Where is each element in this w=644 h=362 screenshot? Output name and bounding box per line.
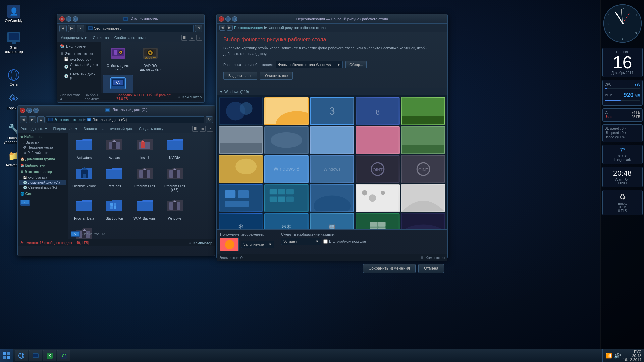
taskbar-explorer[interactable] bbox=[29, 350, 42, 361]
address-bar-2[interactable]: Этот компьютер ▶ C Локальный диск (C:) bbox=[46, 116, 204, 123]
wallpaper-thumb-11[interactable] bbox=[219, 155, 263, 183]
folder-windows[interactable]: Windows bbox=[161, 196, 188, 222]
folder-startbutton[interactable]: Start button bbox=[101, 196, 128, 222]
wallpaper-thumb-5[interactable] bbox=[401, 97, 445, 125]
view-detail-button[interactable]: ⊟ bbox=[189, 35, 195, 41]
drive-local-c[interactable]: C: Локальный диск (C:) bbox=[103, 75, 133, 93]
organize-button[interactable]: Упорядочить ▼ bbox=[59, 35, 89, 40]
random-checkbox-label[interactable]: В случайном порядке bbox=[323, 239, 366, 244]
wallpaper-thumb-7[interactable] bbox=[264, 126, 309, 154]
refresh-button-2[interactable]: ↻ bbox=[206, 116, 213, 123]
tree-desktop[interactable]: 🖥 Рабочий стол bbox=[19, 150, 66, 155]
wallpaper-titlebar[interactable]: × − □ Персонализация — Фоновый рисунок р… bbox=[217, 14, 447, 24]
wallpaper-thumb-1[interactable] bbox=[219, 97, 263, 125]
close-button-3[interactable]: × bbox=[219, 16, 224, 22]
new-folder-button[interactable]: Создать папку bbox=[138, 126, 165, 131]
minimize-button-3[interactable]: − bbox=[225, 16, 231, 22]
tray-volume-icon[interactable]: 🔊 bbox=[614, 352, 621, 359]
explorer-computer-titlebar[interactable]: × − □ Этот компьютер bbox=[57, 14, 204, 24]
view-list-button-2[interactable]: ☰ bbox=[192, 126, 198, 132]
folder-install[interactable]: Install bbox=[131, 136, 158, 161]
drive-dvd-e[interactable]: DVD RW DVD RW дисковод (E:) bbox=[135, 44, 165, 73]
tree-libraries[interactable]: 📚 Библиотеки bbox=[59, 43, 99, 49]
address-bar[interactable]: Этот компьютер bbox=[86, 25, 194, 32]
wallpaper-thumb-22[interactable]: ❄❄ bbox=[264, 213, 309, 229]
wallpaper-thumb-13[interactable]: Windows bbox=[310, 155, 354, 183]
cancel-button[interactable]: Отмена bbox=[418, 264, 444, 273]
wallpaper-thumb-9[interactable] bbox=[356, 126, 400, 154]
folder-perflogs[interactable]: PerfLogs bbox=[101, 164, 128, 193]
taskbar-cmd[interactable]: C:\ bbox=[57, 350, 70, 361]
forward-button-3[interactable]: ▶ bbox=[227, 25, 233, 31]
refresh-button[interactable]: ↻ bbox=[195, 25, 202, 32]
wallpaper-thumb-3[interactable]: 3 bbox=[310, 97, 354, 125]
minimize-button-2[interactable]: − bbox=[26, 108, 32, 113]
tree-computer[interactable]: 🖥 Этот компьютер bbox=[59, 51, 99, 56]
up-button-2[interactable]: ▲ bbox=[37, 116, 45, 123]
maximize-button-2[interactable]: □ bbox=[33, 108, 39, 113]
view-icon-button-2[interactable]: ⊞ bbox=[200, 126, 206, 132]
folder-programdata[interactable]: ProgramData bbox=[71, 196, 98, 222]
wallpaper-thumb-21[interactable]: ❄ bbox=[219, 213, 263, 229]
wallpaper-thumb-2[interactable] bbox=[264, 97, 309, 125]
desktop-icon-computer[interactable]: Этот компьютер bbox=[2, 30, 26, 55]
folder-activators[interactable]: Activators bbox=[71, 136, 98, 161]
wallpaper-thumb-6[interactable] bbox=[219, 126, 263, 154]
close-button-2[interactable]: × bbox=[20, 108, 25, 113]
share-button[interactable]: Поделиться ▼ bbox=[52, 126, 79, 131]
minimize-button[interactable]: − bbox=[66, 16, 71, 22]
maximize-button[interactable]: □ bbox=[73, 16, 78, 22]
forward-button[interactable]: ▶ bbox=[68, 25, 75, 32]
tree-downloads[interactable]: ↓ Загрузки bbox=[19, 140, 66, 145]
back-button-2[interactable]: ◀ bbox=[20, 116, 27, 123]
tree-recent[interactable]: ⏱ Недавние места bbox=[19, 145, 66, 150]
tree-removable-f-2[interactable]: 💿 Съёмный диск (F:) bbox=[19, 185, 66, 190]
wallpaper-thumb-12[interactable]: Windows 8 bbox=[264, 155, 309, 183]
location-combo[interactable]: Фоны рабочего стола Windows ▼ bbox=[276, 61, 343, 68]
properties-button[interactable]: Свойства bbox=[91, 35, 110, 40]
help-button-2[interactable]: ? bbox=[207, 126, 213, 132]
shuffle-combo[interactable]: 30 минут ▼ bbox=[281, 238, 321, 245]
tree-removable-f[interactable]: 💿 Съёмный диск (F bbox=[59, 71, 99, 81]
wallpaper-thumb-8[interactable] bbox=[310, 126, 354, 154]
wallpaper-thumb-23[interactable]: 🪟 bbox=[310, 213, 354, 229]
taskbar-excel[interactable]: X bbox=[43, 350, 56, 361]
taskbar-ie[interactable] bbox=[15, 350, 28, 361]
breadcrumb-part1[interactable]: Персонализация bbox=[234, 26, 263, 30]
wallpaper-thumb-25[interactable] bbox=[401, 213, 445, 229]
tree-local-c-2[interactable]: 💿 Локальный диск (C:) bbox=[19, 180, 66, 185]
desktop-icon-ovgorskiy[interactable]: 👤 OVGorskiy bbox=[2, 3, 26, 24]
position-combo[interactable]: Заполнение ▼ bbox=[241, 241, 274, 248]
clear-all-button[interactable]: Очистить все bbox=[260, 72, 293, 80]
help-button[interactable]: ? bbox=[196, 35, 202, 41]
tree-ovg-pc[interactable]: 💾 ovg (ovg-pc) bbox=[19, 175, 66, 180]
wallpaper-thumb-17[interactable] bbox=[264, 184, 309, 212]
folder-nvidia[interactable]: NVIDIA bbox=[161, 136, 188, 161]
view-list-button[interactable]: ☰ bbox=[181, 35, 187, 41]
save-button[interactable]: Сохранить изменения bbox=[363, 264, 416, 273]
forward-button-2[interactable]: ▶ bbox=[29, 116, 36, 123]
folder-w7pbackups[interactable]: W7P_Backups bbox=[131, 196, 158, 222]
folder-programfiles[interactable]: Program Files bbox=[131, 164, 158, 193]
wallpaper-thumb-19[interactable] bbox=[356, 184, 400, 212]
wallpaper-thumb-4[interactable]: 8 bbox=[356, 97, 400, 125]
wallpaper-thumb-10[interactable] bbox=[401, 126, 445, 154]
organize-button-2[interactable]: Упорядочить ▼ bbox=[20, 126, 49, 131]
tray-network-icon[interactable]: 📶 bbox=[605, 352, 612, 359]
browse-button[interactable]: Обзор... bbox=[345, 61, 367, 68]
select-all-button[interactable]: Выделить все bbox=[223, 72, 257, 80]
folder-programfilesx86[interactable]: Program Files (x86) bbox=[161, 164, 188, 193]
close-button[interactable]: × bbox=[59, 16, 65, 22]
back-button-3[interactable]: ◀ bbox=[219, 25, 225, 31]
burn-button[interactable]: Записать на оптический диск bbox=[82, 126, 135, 131]
wallpaper-thumb-14[interactable]: OINT bbox=[356, 155, 400, 183]
tree-ovg[interactable]: 💾 ovg (ovg-pc) bbox=[59, 56, 99, 62]
wallpaper-thumb-24[interactable] bbox=[356, 213, 400, 229]
desktop-icon-network[interactable]: Сеть bbox=[2, 67, 26, 88]
wallpaper-thumb-20[interactable] bbox=[401, 184, 445, 212]
start-button[interactable] bbox=[0, 349, 13, 362]
tree-local-c[interactable]: 💿 Локальный диск ( bbox=[59, 62, 99, 71]
folder-avatars[interactable]: Avatars bbox=[101, 136, 128, 161]
explorer-localc-titlebar[interactable]: × − □ Локальный диск (C:) bbox=[18, 106, 215, 115]
wallpaper-thumb-18[interactable] bbox=[310, 184, 354, 212]
